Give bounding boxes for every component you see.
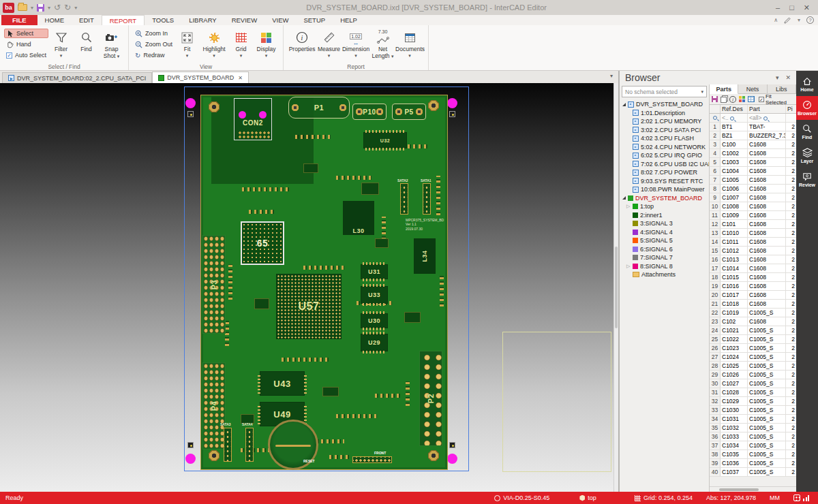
select-tool-button[interactable]: Select [4,29,48,38]
redo-icon[interactable]: ↻ [64,3,71,12]
find-button[interactable]: Find [74,27,99,53]
table-header-row[interactable]: Ref.Des Part Pi [710,105,796,114]
zoom-out-button[interactable]: Zoom Out [133,40,175,49]
table-row[interactable]: 10 C1008 C1608 2 [710,202,796,211]
tree-layer-item[interactable]: 5:SIGNAL 5 [621,236,709,245]
pcb-board[interactable]: CON2 P1 P10 P5 65 [201,95,447,469]
menu-tab[interactable]: SETUP [296,15,333,25]
save-list-icon[interactable] [712,96,718,102]
tree-sheet-item[interactable]: 6:02 5.CPU IRQ GPIO [621,151,709,160]
collapsed-arrow-icon[interactable]: ▷ [626,204,631,209]
sidebar-item-layer[interactable]: Layer [796,144,818,168]
expanded-arrow-icon[interactable] [622,196,626,200]
table-filter-row[interactable]: <.. <all> [710,114,796,123]
table-row[interactable]: 27 C1024 C1005_S 2 [710,353,796,362]
collapse-ribbon-icon[interactable]: ∧ [774,17,778,23]
filter-button[interactable]: Filter▾ [48,27,74,59]
table-row[interactable]: 5 C1003 C1608 2 [710,158,796,167]
menu-tab[interactable]: REVIEW [224,15,264,25]
status-grid[interactable]: Grid: 0.254, 0.254 [628,492,699,504]
minimize-button[interactable]: – [776,3,780,12]
info-icon[interactable]: i [729,96,736,103]
tree-attachments-item[interactable]: Attachments [621,270,709,279]
open-dropdown-icon[interactable]: ▾ [31,5,33,11]
panel-collapse-icon[interactable]: ▾ [776,74,779,81]
tree-sheet-item[interactable]: 4:02 3.CPU FLASH [621,134,709,143]
sidebar-item-browser[interactable]: Browser [796,96,818,120]
menu-tab[interactable]: TOOLS [145,15,181,25]
doc-tab-pcb[interactable]: DVR_SYSTEM_BOARD ✕ [152,72,249,83]
zoom-in-button[interactable]: Zoom In [133,29,175,38]
browser-tab[interactable]: Parts [710,84,738,94]
table-row[interactable]: 6 C1004 C1608 2 [710,167,796,176]
table-row[interactable]: 16 C1013 C1608 2 [710,255,796,264]
table-row[interactable]: 28 C1025 C1005_S 2 [710,362,796,371]
net-length-button[interactable]: 7.30 Net Length ▾ [370,27,395,60]
grid-button[interactable]: Grid▾ [228,27,254,59]
fit-button[interactable]: Fit▾ [175,27,200,59]
help-icon[interactable]: ? [806,16,814,24]
close-button[interactable]: ✕ [804,3,810,12]
tree-layer-item[interactable]: 6:SIGNAL 6 [621,245,709,254]
properties-button[interactable]: i Properties [288,27,316,53]
table-row[interactable]: 30 C1027 C1005_S 2 [710,379,796,388]
menu-tab[interactable]: EDIT [72,15,102,25]
table-row[interactable]: 31 C1028 C1005_S 2 [710,388,796,397]
tree-sheet-item[interactable]: 3:02 2.CPU SATA PCI [621,126,709,135]
copy-icon[interactable] [721,97,727,103]
table-row[interactable]: 13 C1010 C1608 2 [710,229,796,238]
table-row[interactable]: 39 C1036 C1005_S 2 [710,459,796,468]
browser-tab[interactable]: Libs [768,84,796,93]
table-row[interactable]: 24 C1021 C1005_S 2 [710,326,796,335]
table-row[interactable]: 1 BT1 TBAT-CR2032 2 [710,123,796,131]
table-row[interactable]: 29 C1026 C1005_S 2 [710,371,796,379]
table-row[interactable]: 7 C1005 C1608 2 [710,176,796,185]
tree-sheet-item[interactable]: 8:02 7.CPU POWER [621,168,709,177]
color-display-icon[interactable] [739,96,745,102]
sidebar-item-find[interactable]: Find [796,120,818,144]
table-row[interactable]: 32 C1029 C1005_S 2 [710,397,796,406]
pcb-canvas[interactable]: CON2 P1 P10 P5 65 [0,83,618,492]
tree-sheet-item[interactable]: 5:02 4.CPU NETWORK [621,143,709,152]
menu-tab[interactable]: HELP [333,15,365,25]
table-row[interactable]: 3 C100 C1608 2 [710,140,796,149]
highlight-button[interactable]: Highlight▾ [200,27,228,59]
tree-sheet-item[interactable]: 10:08.PWR MainPower [621,185,709,194]
close-tab-icon[interactable]: ✕ [238,75,243,81]
table-row[interactable]: 35 C1032 C1005_S 2 [710,424,796,432]
table-row[interactable]: 8 C1006 C1608 2 [710,185,796,193]
table-row[interactable]: 17 C1014 C1608 2 [710,264,796,273]
table-row[interactable]: 11 C1009 C1608 2 [710,211,796,220]
table-row[interactable]: 38 C1035 C1005_S 2 [710,450,796,459]
table-row[interactable]: 9 C1007 C1608 2 [710,193,796,202]
table-row[interactable]: 37 C1034 C1005_S 2 [710,441,796,450]
tree-layer-item[interactable]: 3:SIGNAL 3 [621,219,709,228]
table-row[interactable]: 19 C1016 C1608 2 [710,282,796,291]
table-row[interactable]: 21 C1018 C1608 2 [710,300,796,309]
table-row[interactable]: 4 C1002 C1608 2 [710,149,796,158]
tree-layer-item[interactable]: ▷ 1:top [621,202,709,211]
menu-tab[interactable]: FILE [1,15,37,25]
open-file-icon[interactable] [18,4,27,11]
documents-button[interactable]: Documents▾ [395,27,424,59]
style-pen-icon[interactable] [784,17,791,24]
menu-tab[interactable]: HOME [37,15,72,25]
maximize-button[interactable]: □ [789,3,794,12]
bars-icon[interactable] [803,494,810,501]
dimension-button[interactable]: 1.02↔ Dimension▾ [342,27,370,59]
table-horizontal-scrollbar[interactable] [710,486,796,492]
expanded-arrow-icon[interactable] [622,103,626,106]
panel-close-icon[interactable]: ✕ [785,74,791,81]
doc-tab-schematic[interactable]: DVR_SYSTEM_BOARD:02_2.CPU_SATA_PCI [2,72,152,83]
table-row[interactable]: 40 C1037 C1005_S 2 [710,468,796,477]
table-row[interactable]: 20 C1017 C1608 2 [710,291,796,300]
tree-layer-item[interactable]: ▷ 8:SIGNAL 8 [621,262,709,271]
tree-layer-item[interactable]: 4:SIGNAL 4 [621,228,709,237]
dice-icon[interactable] [793,494,800,501]
save-icon[interactable] [37,4,44,12]
save-dropdown-icon[interactable]: ▾ [48,5,50,11]
menu-tab[interactable]: REPORT [102,15,145,25]
schema-select-dropdown[interactable]: No schema selected▾ [622,86,707,97]
style-dropdown-icon[interactable]: ▾ [798,17,800,23]
tree-root-schematic[interactable]: DVR_SYSTEM_BOARD [621,100,709,109]
